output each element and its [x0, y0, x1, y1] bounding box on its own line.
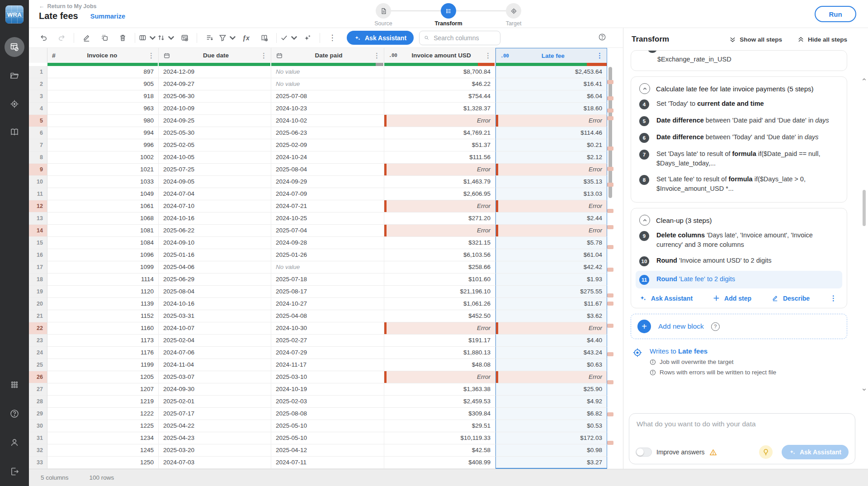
sidebar-item-logout[interactable]	[5, 462, 24, 481]
cell-invoice-amount-usd[interactable]: $4,769.21	[384, 127, 495, 139]
cell-invoice-amount-usd[interactable]: $10,119.33	[384, 432, 495, 444]
cell-late-fee[interactable]: $25.90	[495, 383, 607, 396]
cell-due-date[interactable]: 2024-09-27	[159, 78, 271, 90]
cell-date-paid[interactable]: 2024-07-11	[271, 457, 384, 469]
cell-late-fee[interactable]: $6.82	[495, 408, 607, 420]
add-new-block-button[interactable]: + Add new block ?	[631, 314, 847, 339]
cell-invoice-amount-usd[interactable]: $51.37	[384, 139, 495, 151]
cell-invoice-amount-usd[interactable]: $6,103.56	[384, 249, 495, 261]
formula-button[interactable]: ƒx	[237, 30, 255, 46]
cell-due-date[interactable]: 2025-06-29	[159, 274, 271, 286]
copy-button[interactable]	[95, 30, 113, 46]
cell-late-fee[interactable]: Error	[495, 371, 607, 383]
cell-due-date[interactable]: 2025-04-23	[159, 432, 271, 444]
cell-invoice-no[interactable]: 1049	[47, 188, 159, 200]
filter-button[interactable]	[218, 30, 237, 46]
cell-date-paid[interactable]: No value	[271, 66, 384, 78]
cell-invoice-amount-usd[interactable]: $2,459.53	[384, 396, 495, 408]
cell-late-fee[interactable]: $61.04	[495, 249, 607, 261]
cell-invoice-no[interactable]: 1033	[47, 176, 159, 188]
back-link[interactable]: ← Return to My Jobs	[39, 3, 97, 9]
cell-invoice-no[interactable]: 1173	[47, 335, 159, 347]
pipeline-source[interactable]: Source	[376, 3, 391, 19]
scroll-up-arrow[interactable]	[861, 77, 867, 82]
delete-button[interactable]	[113, 30, 132, 46]
columns-button[interactable]	[138, 30, 157, 46]
column-header-invoice-amount-usd[interactable]: .00 Invoice amount USD ⋮	[384, 48, 495, 63]
add-step-button[interactable]: Add step	[712, 294, 751, 302]
cell-invoice-amount-usd[interactable]: $8,700.84	[384, 66, 495, 78]
cell-due-date[interactable]: 2024-10-16	[159, 298, 271, 310]
column-menu-icon[interactable]: ⋮	[595, 52, 604, 60]
sidebar-item-help[interactable]	[5, 405, 24, 423]
cell-invoice-no[interactable]: 1021	[47, 164, 159, 176]
cell-invoice-no[interactable]: 1084	[47, 237, 159, 249]
cell-date-paid[interactable]: 2024-07-21	[271, 200, 384, 212]
scrollbar-thumb[interactable]	[863, 190, 866, 226]
cell-date-paid[interactable]: 2025-02-09	[271, 139, 384, 151]
cell-late-fee[interactable]: $0.63	[495, 359, 607, 371]
cell-date-paid[interactable]: 2024-10-27	[271, 298, 384, 310]
cell-invoice-amount-usd[interactable]: $1,463.79	[384, 176, 495, 188]
cell-date-paid[interactable]: 2025-01-26	[271, 249, 384, 261]
cell-late-fee[interactable]: $16.41	[495, 78, 607, 90]
sidebar-item-docs[interactable]	[5, 123, 24, 141]
cell-invoice-amount-usd[interactable]: $111.56	[384, 151, 495, 164]
cell-date-paid[interactable]: 2024-10-24	[271, 151, 384, 164]
sidebar-item-targets[interactable]	[5, 95, 24, 113]
grid-help-button[interactable]	[598, 33, 607, 43]
cell-late-fee[interactable]: $11.67	[495, 298, 607, 310]
pipeline-target[interactable]: Target	[506, 3, 521, 19]
cell-due-date[interactable]: 2024-11-04	[159, 359, 271, 371]
cell-due-date[interactable]: 2025-07-17	[159, 408, 271, 420]
column-menu-icon[interactable]: ⋮	[484, 52, 492, 60]
cell-date-paid[interactable]: 2025-07-08	[271, 90, 384, 103]
chat-ask-assistant-button[interactable]: Ask Assistant	[782, 445, 849, 459]
column-header-date-paid[interactable]: Date paid ⋮	[271, 48, 384, 63]
row-options-button[interactable]	[200, 30, 218, 46]
cell-due-date[interactable]: 2024-12-09	[159, 66, 271, 78]
cell-date-paid[interactable]: 2024-10-19	[271, 383, 384, 396]
cell-late-fee[interactable]: $4.40	[495, 335, 607, 347]
panel-scrollbar[interactable]	[861, 77, 867, 392]
cell-date-paid[interactable]: 2025-06-23	[271, 127, 384, 139]
cell-invoice-amount-usd[interactable]: Error	[384, 322, 495, 335]
cell-date-paid[interactable]: 2024-10-23	[271, 103, 384, 115]
cell-late-fee[interactable]: Error	[495, 115, 607, 127]
cell-date-paid[interactable]: 2025-08-08	[271, 408, 384, 420]
cell-date-paid[interactable]: 2025-08-04	[271, 164, 384, 176]
cell-invoice-amount-usd[interactable]: $1,363.38	[384, 383, 495, 396]
cell-date-paid[interactable]: 2025-07-18	[271, 274, 384, 286]
cell-due-date[interactable]: 2024-09-10	[159, 237, 271, 249]
transform-step[interactable]: 10Round 'Invoice amount USD' to 2 digits	[639, 253, 839, 269]
cell-invoice-amount-usd[interactable]: $321.15	[384, 237, 495, 249]
cell-invoice-no[interactable]: 1225	[47, 420, 159, 432]
sidebar-item-account[interactable]	[5, 434, 24, 452]
cell-date-paid[interactable]: 2025-02-03	[271, 396, 384, 408]
cell-invoice-amount-usd[interactable]: $21,196.10	[384, 286, 495, 298]
cell-late-fee[interactable]: $0.21	[495, 139, 607, 151]
cell-due-date[interactable]: 2024-07-06	[159, 347, 271, 359]
cell-invoice-amount-usd[interactable]: $258.66	[384, 261, 495, 274]
cell-invoice-no[interactable]: 1219	[47, 396, 159, 408]
transform-block-partial[interactable]: $Exchange_rate_in_USD	[631, 50, 847, 71]
cell-late-fee[interactable]: $1.93	[495, 274, 607, 286]
pipeline-transform[interactable]: Transform	[441, 3, 456, 19]
cell-due-date[interactable]: 2025-02-01	[159, 396, 271, 408]
cell-late-fee[interactable]: $13.03	[495, 188, 607, 200]
cell-invoice-no[interactable]: 996	[47, 139, 159, 151]
cell-invoice-no[interactable]: 1061	[47, 200, 159, 212]
cell-due-date[interactable]: 2024-09-05	[159, 176, 271, 188]
cell-due-date[interactable]: 2025-06-22	[159, 225, 271, 237]
transform-step[interactable]: 11Round 'Late fee' to 2 digits	[636, 271, 842, 288]
cell-due-date[interactable]: 2025-03-07	[159, 371, 271, 383]
cell-date-paid[interactable]: 2025-05-10	[271, 420, 384, 432]
transform-step[interactable]: 4Set 'Today' to current date and time	[639, 96, 839, 113]
cell-date-paid[interactable]: 2024-10-02	[271, 115, 384, 127]
cell-late-fee[interactable]: $2,453.64	[495, 66, 607, 78]
column-menu-icon[interactable]: ⋮	[147, 52, 156, 60]
cell-due-date[interactable]: 2025-05-30	[159, 127, 271, 139]
cell-date-paid[interactable]: 2025-07-04	[271, 225, 384, 237]
cell-invoice-amount-usd[interactable]: $1,880.13	[384, 347, 495, 359]
transform-step[interactable]: 7Set 'Days late' to result of formula if…	[639, 146, 839, 171]
